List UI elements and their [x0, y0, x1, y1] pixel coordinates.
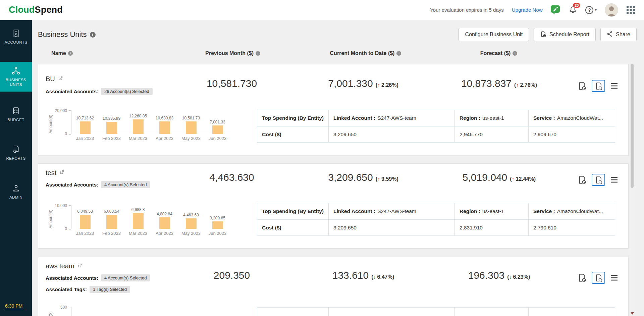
external-link-icon[interactable]: [58, 76, 63, 82]
table-header-cell: Linked Account :S247-AWS-team: [328, 203, 454, 219]
evaluation-expiry-text: Your evaluation expires in 5 days: [430, 7, 504, 13]
info-icon[interactable]: i: [256, 51, 260, 56]
bar-chart-bars: [72, 301, 231, 316]
monthly-spend-chart: Amount($) 10,000 0 6,049.536,003.546,688…: [44, 199, 245, 244]
current-month-value: 7,001.330 2.26%: [303, 78, 424, 89]
table-cell: 2,946.770: [454, 126, 528, 142]
sidebar-item-accounts[interactable]: ACCOUNTS: [0, 29, 32, 45]
apps-grid-icon[interactable]: [626, 5, 635, 14]
tags-selected-badge: 1 Tag(s) Selected: [90, 286, 130, 293]
associated-accounts-label: Associated Accounts:: [46, 275, 98, 281]
menu-hamburger-icon[interactable]: [610, 83, 618, 89]
external-link-icon[interactable]: [77, 263, 83, 269]
table-cell: Cost ($): [257, 219, 328, 235]
info-icon[interactable]: i: [68, 51, 73, 56]
top-header: CloudSpend Your evaluation expires in 5 …: [0, 0, 644, 20]
share-icon: [607, 31, 613, 38]
view-report-icon-selected[interactable]: [592, 174, 605, 186]
share-button[interactable]: Share: [600, 28, 637, 41]
scrollbar-down-arrow[interactable]: [630, 311, 634, 316]
sidebar-item-business-units[interactable]: BUSINESS UNITS: [0, 62, 32, 92]
bu-name: BU: [46, 75, 55, 83]
upgrade-now-link[interactable]: Upgrade Now: [512, 7, 543, 13]
app-logo: CloudSpend: [9, 5, 63, 15]
menu-hamburger-icon[interactable]: [610, 274, 618, 281]
trend-down-icon: [373, 274, 376, 280]
trend-up-icon: [377, 82, 380, 88]
column-current-month: Current Month to Date ($)i: [305, 50, 426, 56]
schedule-report-icon: [540, 31, 546, 39]
forecast-value: 5,019.040 12.44%: [437, 172, 561, 183]
accounts-selected-badge: 26 Account(s) Selected: [101, 88, 153, 95]
budget-clock-icon[interactable]: [577, 273, 587, 282]
column-previous-month: Previous Month ($)i: [172, 50, 293, 56]
bar-chart-bars: 6,049.536,003.546,688.84,802.844,463.633…: [72, 199, 231, 229]
logo-spend: Spend: [35, 5, 63, 15]
bar-chart-months: Jan 2023Feb 2023Mar 2023Apr 2023May 2023…: [72, 231, 231, 236]
sidebar-item-budget[interactable]: BUDGET: [0, 107, 32, 122]
trend-up-icon: [377, 176, 380, 182]
help-icon: ?: [585, 6, 593, 14]
schedule-report-button[interactable]: Schedule Report: [534, 28, 596, 41]
chevron-down-icon: ▾: [595, 8, 597, 12]
table-cell: 2,831.910: [454, 219, 528, 235]
column-name: Namei: [51, 50, 73, 56]
logo-cloud: Cloud: [9, 5, 35, 15]
table-header-cell: Region :us-east-1: [454, 203, 528, 219]
notification-count-badge: 20: [572, 2, 581, 8]
table-cell: 2,909.670: [528, 126, 615, 142]
scrollbar-thumb[interactable]: [631, 64, 634, 188]
feedback-icon[interactable]: [550, 5, 560, 15]
menu-hamburger-icon[interactable]: [610, 176, 618, 183]
current-month-value: 3,209.650 9.59%: [303, 172, 424, 183]
monthly-spend-chart: Amount($) 500 0: [44, 301, 245, 316]
previous-month-value: 10,581.730: [171, 78, 292, 89]
table-header-cell: Service :AmazonCloudWat...: [528, 110, 615, 126]
info-icon[interactable]: i: [396, 51, 401, 56]
previous-month-value: 209.350: [171, 270, 292, 281]
table-header-cell: Top Spending (By Entity): [257, 203, 328, 219]
table-cell: 3,209.650: [328, 219, 454, 235]
table-cell: 3,209.650: [328, 126, 454, 142]
accounts-selected-badge: 4 Account(s) Selected: [101, 274, 150, 281]
monthly-spend-chart: Amount($) 20,000 0 10,713.6210,385.8912,…: [44, 104, 245, 149]
sidebar-item-reports[interactable]: REPORTS: [0, 145, 32, 161]
left-sidebar: ACCOUNTS BUSINESS UNITS BUDGET: [0, 20, 32, 316]
user-avatar[interactable]: [605, 3, 618, 17]
trend-up-icon: [516, 82, 519, 88]
column-forecast: Forecast ($)i: [437, 50, 561, 56]
view-report-icon-selected[interactable]: [592, 272, 605, 284]
clock-time: 6:30 PM: [5, 303, 22, 309]
bar-chart-bars: 10,713.6210,385.8912,260.8510,630.8310,5…: [72, 104, 231, 134]
table-header-cell: Service :AmazonCloudWat...: [528, 203, 615, 219]
table-cell: 2,790.610: [528, 219, 615, 235]
sidebar-item-admin[interactable]: ADMIN: [0, 184, 32, 200]
help-menu[interactable]: ? ▾: [585, 6, 597, 14]
bar-chart-months: Jan 2023Feb 2023Mar 2023Apr 2023May 2023…: [72, 136, 231, 141]
accounts-selected-badge: 4 Account(s) Selected: [101, 181, 150, 188]
view-report-icon-selected[interactable]: [592, 80, 605, 92]
top-spending-table: Top Spending (By Entity) Linked Account …: [257, 110, 615, 143]
trend-up-icon: [512, 176, 515, 182]
top-spending-table: [257, 307, 615, 316]
main-content: Business Units i Configure Business Unit…: [32, 20, 644, 316]
cloudspend-app: CloudSpend Your evaluation expires in 5 …: [0, 0, 644, 316]
configure-business-unit-button[interactable]: Configure Business Unit: [459, 28, 529, 41]
table-header-cell: Linked Account :S247-AWS-team: [328, 110, 454, 126]
budget-clock-icon[interactable]: [577, 81, 587, 91]
info-icon[interactable]: i: [90, 32, 96, 38]
budget-clock-icon[interactable]: [577, 175, 587, 185]
associated-tags-label: Associated Tags:: [46, 286, 87, 292]
notifications-bell-icon[interactable]: 20: [569, 5, 577, 14]
vertical-scrollbar: [630, 62, 634, 316]
external-link-icon[interactable]: [59, 170, 64, 176]
top-spending-table: Top Spending (By Entity) Linked Account …: [257, 203, 615, 236]
trend-down-icon: [509, 274, 512, 280]
page-title: Business Units: [38, 30, 87, 39]
associated-accounts-label: Associated Accounts:: [46, 89, 98, 94]
business-unit-card-test: test Associated Accounts: 4 Account(s) S…: [38, 163, 629, 249]
business-unit-card-bu: BU Associated Accounts: 26 Account(s) Se…: [38, 64, 629, 155]
info-icon[interactable]: i: [513, 51, 517, 56]
table-header-cell: Region :us-east-1: [454, 110, 528, 126]
associated-accounts-label: Associated Accounts:: [46, 182, 98, 188]
